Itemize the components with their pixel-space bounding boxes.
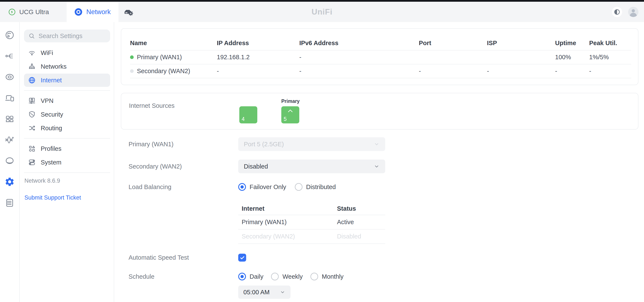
- search-icon: [28, 32, 35, 39]
- schedule-options: Daily Weekly Monthly: [238, 273, 344, 280]
- sidebar-item-wifi[interactable]: WiFi: [24, 46, 110, 59]
- table-row-wan1[interactable]: Primary (WAN1) 192.168.1.2 - 100% 1%/5%: [130, 50, 631, 64]
- routing-icon: [28, 124, 36, 132]
- primary-port-tag: Primary: [281, 98, 299, 104]
- settings-search[interactable]: [24, 29, 110, 42]
- wan-overview-card: Name IP Address IPv6 Address Port ISP Up…: [121, 28, 638, 85]
- radio-daily[interactable]: Daily: [238, 273, 263, 280]
- col-uptime: Uptime: [555, 40, 589, 47]
- radio-icon: [238, 273, 246, 280]
- port-number: 4: [242, 116, 245, 122]
- sidebar-item-security[interactable]: Security: [24, 108, 110, 121]
- radio-label: Weekly: [282, 273, 303, 280]
- sidebar-item-label: Security: [41, 111, 63, 118]
- col-port: Port: [419, 40, 487, 47]
- table-row-wan2[interactable]: Secondary (WAN2) - - - - - -: [130, 64, 631, 78]
- shield-icon: [28, 110, 36, 119]
- primary-wan-label: Primary (WAN1): [128, 141, 238, 148]
- status-row-primary: Primary (WAN1) Active: [238, 215, 385, 229]
- topology-icon[interactable]: [4, 51, 15, 61]
- sidebar-item-networks[interactable]: Networks: [24, 60, 110, 73]
- primary-wan-value: Port 5 (2.5GE): [244, 141, 284, 148]
- settings-sidebar: WiFi Networks Internet: [20, 22, 114, 302]
- radio-label: Failover Only: [250, 183, 286, 191]
- wifi-icon: [28, 49, 36, 57]
- app-rail: [0, 22, 20, 302]
- port-number: 5: [284, 116, 287, 122]
- unifi-logo: UniFi: [312, 7, 332, 16]
- port-manager-icon[interactable]: [4, 114, 15, 124]
- hotspot-icon[interactable]: [4, 156, 15, 166]
- sidebar-item-label: Internet: [41, 77, 62, 84]
- load-balancing-options: Failover Only Distributed: [238, 183, 336, 191]
- chevron-up-icon: [288, 109, 293, 113]
- wan-status-table: Internet Status Primary (WAN1) Active Se…: [238, 202, 385, 244]
- sidebar-item-internet[interactable]: Internet: [24, 74, 110, 87]
- dashboard-icon[interactable]: [4, 30, 15, 40]
- radio-failover-only[interactable]: Failover Only: [238, 183, 286, 191]
- port-5-indicator: 5: [281, 106, 299, 123]
- sidebar-item-label: VPN: [41, 97, 54, 104]
- tab-network[interactable]: Network: [67, 2, 118, 22]
- radios-icon[interactable]: [4, 135, 15, 145]
- unifi-devices-icon[interactable]: [4, 72, 15, 82]
- secondary-wan-value: Disabled: [244, 163, 268, 170]
- vpn-icon: [28, 97, 36, 105]
- auto-speed-test-row: Automatic Speed Test: [128, 254, 638, 262]
- status-row-secondary: Secondary (WAN2) Disabled: [238, 229, 385, 244]
- sidebar-item-system[interactable]: System: [24, 156, 110, 169]
- wan1-ipv6: -: [299, 54, 419, 61]
- wan-table: Name IP Address IPv6 Address Port ISP Up…: [130, 36, 631, 85]
- auto-speed-test-checkbox[interactable]: [238, 254, 246, 262]
- col-peak-util: Peak Util.: [589, 40, 631, 47]
- system-log-icon[interactable]: [4, 198, 15, 208]
- col-ip: IP Address: [217, 40, 299, 47]
- wan-table-header: Name IP Address IPv6 Address Port ISP Up…: [130, 36, 631, 50]
- status-primary-value: Active: [337, 219, 385, 226]
- schedule-label: Schedule: [128, 273, 238, 280]
- user-avatar-icon[interactable]: [628, 7, 638, 17]
- status-secondary-name: Secondary (WAN2): [242, 233, 337, 240]
- radio-label: Distributed: [306, 183, 336, 191]
- divider: [24, 90, 110, 91]
- profiles-icon: [28, 145, 36, 153]
- col-status: Status: [337, 205, 385, 212]
- chevron-down-icon: [280, 289, 285, 295]
- console-selector[interactable]: UCG Ultra: [0, 8, 67, 16]
- clients-icon[interactable]: [4, 93, 15, 103]
- primary-wan-select[interactable]: Port 5 (2.5GE): [238, 137, 385, 151]
- status-secondary-value: Disabled: [337, 233, 385, 240]
- sidebar-item-label: Profiles: [41, 145, 62, 152]
- tab-network-label: Network: [86, 8, 111, 16]
- sidebar-item-profiles[interactable]: Profiles: [24, 142, 110, 155]
- col-ipv6: IPv6 Address: [299, 40, 419, 47]
- col-isp: ISP: [487, 40, 555, 47]
- radio-distributed[interactable]: Distributed: [295, 183, 336, 191]
- schedule-time-select[interactable]: 05:00 AM: [238, 286, 290, 299]
- gateway-settings-icon[interactable]: [123, 7, 134, 17]
- network-app-icon: [74, 8, 82, 16]
- submit-support-ticket-link[interactable]: Submit Support Ticket: [24, 194, 81, 201]
- sidebar-item-label: Routing: [41, 125, 62, 132]
- wan1-peak-util: 1%/5%: [589, 54, 631, 61]
- col-internet: Internet: [242, 205, 337, 212]
- internet-sources-label: Internet Sources: [129, 102, 174, 109]
- wan2-uptime: -: [555, 68, 589, 75]
- settings-gear-icon[interactable]: [4, 177, 15, 187]
- network-version: Network 8.6.9: [24, 177, 110, 184]
- sidebar-item-routing[interactable]: Routing: [24, 122, 110, 135]
- status-primary-name: Primary (WAN1): [242, 219, 337, 226]
- sidebar-item-vpn[interactable]: VPN: [24, 94, 110, 107]
- contrast-toggle-icon[interactable]: [612, 7, 622, 17]
- console-name: UCG Ultra: [19, 8, 49, 16]
- radio-weekly[interactable]: Weekly: [271, 273, 303, 280]
- secondary-wan-select[interactable]: Disabled: [238, 159, 385, 173]
- radio-label: Daily: [250, 273, 263, 280]
- search-input[interactable]: [38, 32, 106, 40]
- auto-speed-test-label: Automatic Speed Test: [128, 254, 238, 261]
- radio-monthly[interactable]: Monthly: [310, 273, 344, 280]
- globe-icon: [28, 76, 36, 84]
- radio-label: Monthly: [322, 273, 344, 280]
- col-name: Name: [130, 40, 217, 47]
- primary-wan-row: Primary (WAN1) Port 5 (2.5GE): [128, 137, 638, 151]
